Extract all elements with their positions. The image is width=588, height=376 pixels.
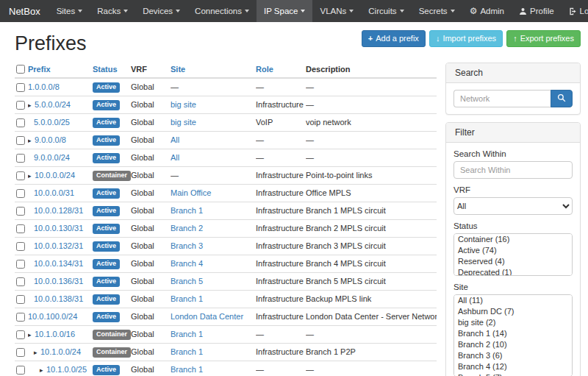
vrf-select[interactable]: All <box>453 197 573 215</box>
row-checkbox[interactable] <box>16 313 25 322</box>
site-link[interactable]: Branch 1 <box>171 365 203 374</box>
prefix-link[interactable]: 10.0.0.136/31 <box>34 277 83 285</box>
row-checkbox[interactable] <box>16 242 25 251</box>
site-link[interactable]: Branch 4 <box>171 259 203 268</box>
prefix-link[interactable]: 10.0.0.0/24 <box>35 171 75 180</box>
nav-right: ⚙ Admin Profile Log out <box>462 0 588 22</box>
row-checkbox[interactable] <box>16 154 25 163</box>
nav-item-vlans[interactable]: VLANs <box>312 0 361 22</box>
nav-item-racks[interactable]: Racks <box>90 0 135 22</box>
nav-item-circuits[interactable]: Circuits <box>361 0 411 22</box>
prefix-link[interactable]: 10.1.0.0/24 <box>40 347 81 356</box>
prefix-link[interactable]: 5.0.0.0/25 <box>34 118 70 127</box>
prefix-link[interactable]: 5.0.0.0/24 <box>35 100 71 109</box>
site-link[interactable]: All <box>171 153 179 162</box>
site-link[interactable]: Main Office <box>171 188 211 197</box>
prefix-link[interactable]: 10.0.100.0/24 <box>28 312 77 321</box>
prefix-link[interactable]: 10.0.0.132/31 <box>34 241 83 250</box>
prefix-link[interactable]: 10.1.0.0/25 <box>46 365 87 374</box>
brand-logo[interactable]: NetBox <box>0 0 49 22</box>
row-checkbox[interactable] <box>16 260 25 269</box>
prefix-link[interactable]: 1.0.0.0/8 <box>28 82 60 91</box>
row-checkbox[interactable] <box>16 101 25 110</box>
row-checkbox[interactable] <box>16 83 25 92</box>
select-all-checkbox[interactable] <box>16 65 25 74</box>
filter-option[interactable]: Reserved (4) <box>454 256 572 267</box>
nav-item-sites[interactable]: Sites <box>49 0 90 22</box>
vrf-cell: Global <box>131 308 171 326</box>
filter-option[interactable]: Branch 2 (10) <box>454 339 572 350</box>
nav-item-devices[interactable]: Devices <box>135 0 187 22</box>
search-button[interactable] <box>551 90 573 107</box>
prefix-link[interactable]: 9.0.0.0/24 <box>34 153 70 162</box>
row-checkbox[interactable] <box>16 366 25 375</box>
prefix-cell: ▸5.0.0.0/24 <box>28 96 93 114</box>
row-checkbox[interactable] <box>16 348 25 357</box>
site-link[interactable]: Branch 1 <box>171 347 203 356</box>
role-cell: — <box>256 326 306 344</box>
site-link[interactable]: Branch 1 <box>171 206 203 215</box>
filter-option[interactable]: Branch 3 (6) <box>454 350 572 361</box>
site-link[interactable]: Branch 1 <box>171 294 203 303</box>
nav-item-profile[interactable]: Profile <box>512 0 562 22</box>
nav-item-logout[interactable]: Log out <box>562 0 588 22</box>
row-checkbox[interactable] <box>16 189 25 198</box>
prefix-link[interactable]: 10.0.0.134/31 <box>34 259 83 268</box>
export-prefixes-button[interactable]: ↑ Export prefixes <box>506 30 581 47</box>
status-cell: Active <box>93 220 131 238</box>
row-checkbox[interactable] <box>16 330 25 339</box>
filter-option[interactable]: Deprecated (1) <box>454 267 572 276</box>
site-link[interactable]: Branch 5 <box>171 277 203 285</box>
filter-option[interactable]: big site (2) <box>454 317 572 328</box>
nav-item-admin[interactable]: ⚙ Admin <box>462 0 512 22</box>
site-cell: Branch 3 <box>171 238 256 255</box>
prefix-link[interactable]: 10.0.0.130/31 <box>34 224 83 233</box>
status-cell: Active <box>93 132 131 149</box>
column-header-prefix[interactable]: Prefix <box>28 63 93 78</box>
role-cell: Infrastructure <box>256 238 306 255</box>
search-within-input[interactable] <box>453 161 573 179</box>
prefix-link[interactable]: 10.0.0.128/31 <box>34 206 83 215</box>
site-link[interactable]: Branch 1 <box>171 330 203 338</box>
site-link[interactable]: big site <box>171 118 196 127</box>
row-checkbox[interactable] <box>16 295 25 304</box>
status-listbox[interactable]: Container (16)Active (74)Reserved (4)Dep… <box>453 233 573 276</box>
filter-option[interactable]: All (11) <box>454 295 572 306</box>
site-link[interactable]: Branch 3 <box>171 241 203 250</box>
filter-option[interactable]: Branch 5 (7) <box>454 372 572 376</box>
filter-option[interactable]: Branch 4 (12) <box>454 361 572 372</box>
site-link[interactable]: All <box>171 135 179 144</box>
filter-option[interactable]: Container (16) <box>454 234 572 245</box>
search-panel-heading: Search <box>446 63 580 83</box>
table-row: 10.0.0.132/31ActiveGlobalBranch 3Infrast… <box>15 238 437 255</box>
nav-item-connections[interactable]: Connections <box>187 0 257 22</box>
column-header-site[interactable]: Site <box>171 63 256 78</box>
add-prefix-button[interactable]: + Add a prefix <box>362 30 426 47</box>
row-checkbox[interactable] <box>16 207 25 216</box>
site-link[interactable]: London Data Center <box>171 312 243 321</box>
row-checkbox[interactable] <box>16 136 25 145</box>
import-prefixes-button[interactable]: ↓ Import prefixes <box>429 30 503 47</box>
prefix-link[interactable]: 9.0.0.0/8 <box>35 135 66 144</box>
caret-down-icon <box>301 10 305 13</box>
row-checkbox[interactable] <box>16 118 25 127</box>
site-listbox[interactable]: All (11)Ashburn DC (7)big site (2)Branch… <box>453 294 573 376</box>
row-checkbox[interactable] <box>16 171 25 180</box>
prefix-link[interactable]: 10.0.0.0/31 <box>34 188 74 197</box>
row-checkbox[interactable] <box>16 224 25 233</box>
nav-item-ip-space[interactable]: IP Space <box>257 0 312 22</box>
search-input[interactable] <box>453 90 551 107</box>
column-header-status[interactable]: Status <box>93 63 131 78</box>
site-cell: Branch 1 <box>171 326 256 344</box>
filter-option[interactable]: Branch 1 (14) <box>454 328 572 339</box>
prefix-link[interactable]: 10.1.0.0/16 <box>35 330 75 338</box>
filter-option[interactable]: Ashburn DC (7) <box>454 306 572 317</box>
filter-option[interactable]: Active (74) <box>454 245 572 256</box>
site-link[interactable]: big site <box>171 100 196 109</box>
nav-item-secrets[interactable]: Secrets <box>412 0 462 22</box>
prefix-link[interactable]: 10.0.0.138/31 <box>34 294 83 303</box>
table-row: 10.0.100.0/24ActiveGlobalLondon Data Cen… <box>15 308 437 326</box>
site-link[interactable]: Branch 2 <box>171 224 203 233</box>
row-checkbox[interactable] <box>16 277 25 286</box>
column-header-role[interactable]: Role <box>256 63 306 78</box>
